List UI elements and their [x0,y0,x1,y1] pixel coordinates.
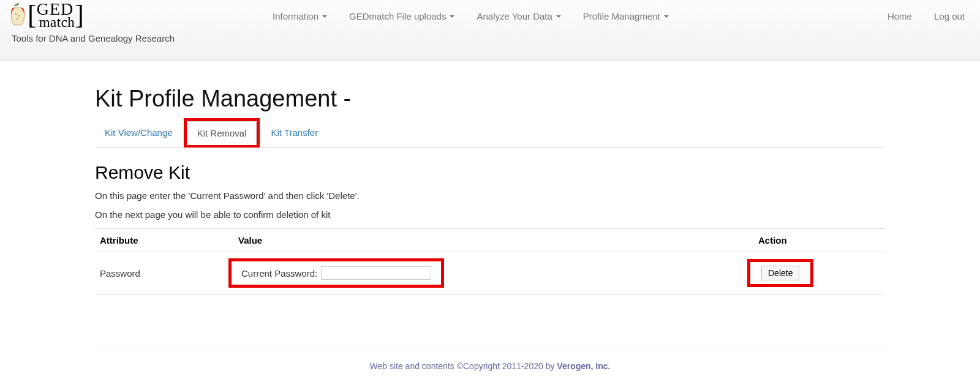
svg-point-0 [15,13,17,15]
chevron-down-icon [556,15,561,18]
brand-text: [ GED match ] [28,1,84,29]
th-attribute: Attribute [95,229,233,252]
nav-file-uploads[interactable]: GEDmatch File uploads [349,7,454,25]
footer: Web site and contents ©Copyright 2011-20… [0,350,980,371]
chevron-down-icon [664,15,669,18]
chevron-down-icon [450,15,454,18]
current-password-input[interactable] [321,266,431,280]
nav-profile-management[interactable]: Profile Managment [583,7,669,25]
delete-button[interactable]: Delete [761,266,799,280]
instruction-1: On this page enter the 'Current Password… [95,190,885,201]
brand-block: [ GED match ] Tools for DNA and Genealog… [9,0,175,43]
subtabs: Kit View/Change Kit Removal Kit Transfer [95,118,885,148]
nav-logout[interactable]: Log out [934,7,965,25]
bracket-open-icon: [ [28,4,37,26]
th-action: Action [753,229,885,252]
footer-company: Verogen, Inc. [557,361,610,371]
nav-label: Information [273,11,318,21]
nav-right: Home Log out [888,0,971,25]
nav-label: GEDmatch File uploads [349,11,446,21]
highlight-kit-removal: Kit Removal [184,118,260,148]
nav-label: Profile Managment [583,11,660,21]
brand-tagline: Tools for DNA and Genealogy Research [9,33,175,43]
cell-value: Current Password: [233,252,753,294]
highlight-delete-button: Delete [747,259,813,287]
tab-kit-view-change[interactable]: Kit View/Change [95,121,183,144]
highlight-password-field: Current Password: [228,258,444,288]
nav-analyze-data[interactable]: Analyze Your Data [477,7,560,25]
th-value: Value [233,229,753,252]
top-navbar: [ GED match ] Tools for DNA and Genealog… [0,0,980,61]
nav-label: Analyze Your Data [477,11,552,21]
nav-label: Log out [934,11,965,21]
table-header-row: Attribute Value Action [95,229,885,252]
cell-attribute: Password [95,252,233,294]
table-row: Password Current Password: Delete [95,252,885,294]
password-label: Current Password: [241,268,317,279]
brand-match: match [37,17,75,29]
tab-kit-removal[interactable]: Kit Removal [187,121,257,145]
bracket-close-icon: ] [75,4,84,26]
section-heading: Remove Kit [95,162,885,183]
nav-home[interactable]: Home [888,7,912,25]
svg-point-2 [17,18,18,20]
instruction-2: On the next page you will be able to con… [95,209,885,220]
footer-text: Web site and contents ©Copyright 2011-20… [370,361,557,371]
nav-information[interactable]: Information [273,7,327,25]
cell-action: Delete [753,252,885,294]
chevron-down-icon [322,15,327,18]
remove-kit-table: Attribute Value Action Password Current … [95,228,885,294]
main-container: Kit Profile Management - Kit View/Change… [95,61,885,294]
nav-label: Home [888,11,912,21]
nav-left: Information GEDmatch File uploads Analyz… [273,0,669,25]
apple-core-icon [9,3,26,28]
page-title: Kit Profile Management - [95,86,885,112]
tab-kit-transfer[interactable]: Kit Transfer [261,121,328,144]
svg-point-1 [18,15,20,17]
